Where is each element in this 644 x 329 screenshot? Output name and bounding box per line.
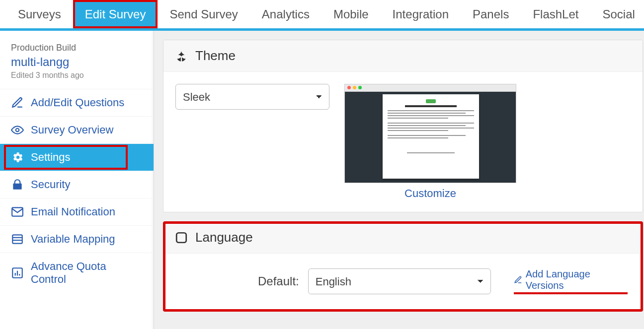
theme-panel-body: Sleek — [163, 72, 643, 212]
edit-icon — [514, 275, 522, 284]
theme-panel: Theme Sleek — [163, 40, 643, 212]
production-build-label: Production Build — [11, 43, 143, 53]
sidebar-item-add-edit-questions[interactable]: Add/Edit Questions — [0, 89, 154, 116]
edit-icon — [11, 96, 24, 109]
language-panel-body: Default: English Add Language Versions — [163, 254, 643, 311]
language-panel: Language Default: English Add Language V… — [163, 221, 643, 312]
sidebar-item-label: Email Notification — [31, 205, 115, 218]
survey-title[interactable]: multi-langg — [11, 55, 143, 69]
tab-flashlet[interactable]: FlashLet — [521, 0, 590, 28]
tab-mobile[interactable]: Mobile — [322, 0, 381, 28]
sidebar-item-email-notification[interactable]: Email Notification — [0, 198, 154, 225]
checkbox-icon — [174, 231, 188, 245]
main-content: Theme Sleek — [154, 31, 644, 329]
language-panel-header: Language — [163, 222, 643, 254]
mail-icon — [11, 205, 24, 218]
eye-icon — [11, 124, 24, 136]
theme-preview — [344, 84, 516, 183]
sidebar-item-label: Advance Quota Control — [31, 260, 143, 286]
lock-icon — [11, 178, 24, 191]
theme-panel-header: Theme — [163, 40, 643, 72]
sidebar-item-variable-mapping[interactable]: Variable Mapping — [0, 225, 154, 253]
list-icon — [11, 233, 24, 246]
sidebar-item-survey-overview[interactable]: Survey Overview — [0, 116, 154, 143]
add-language-versions-label: Add Language Versions — [526, 268, 628, 291]
tab-send-survey[interactable]: Send Survey — [158, 0, 249, 28]
default-language-select[interactable]: English — [308, 268, 491, 294]
edited-timestamp: Edited 3 months ago — [11, 71, 143, 80]
tab-label: Social — [602, 7, 635, 21]
tab-integration[interactable]: Integration — [381, 0, 461, 28]
leaf-icon — [174, 49, 188, 63]
sidebar-item-security[interactable]: Security — [0, 171, 154, 198]
svg-point-0 — [16, 129, 19, 132]
theme-select[interactable]: Sleek — [175, 84, 329, 110]
tab-panels[interactable]: Panels — [461, 0, 521, 28]
tab-edit-survey[interactable]: Edit Survey — [73, 0, 158, 28]
theme-panel-title: Theme — [195, 48, 236, 64]
top-nav: Surveys Edit Survey Send Survey Analytic… — [0, 0, 644, 31]
sidebar-item-label: Add/Edit Questions — [31, 96, 124, 109]
tab-social[interactable]: Social — [590, 0, 644, 28]
sidebar-item-settings[interactable]: Settings — [0, 143, 154, 171]
customize-link[interactable]: Customize — [404, 187, 456, 200]
gears-icon — [11, 151, 24, 164]
tab-label: Send Survey — [169, 7, 238, 21]
svg-rect-2 — [12, 235, 22, 243]
sidebar-item-label: Variable Mapping — [31, 233, 115, 246]
tab-surveys[interactable]: Surveys — [6, 0, 73, 28]
sidebar: Production Build multi-langg Edited 3 mo… — [0, 31, 154, 329]
tab-label: Panels — [473, 7, 509, 21]
add-language-versions-link[interactable]: Add Language Versions — [514, 268, 628, 294]
tab-label: Mobile — [333, 7, 369, 21]
tab-label: Surveys — [18, 7, 61, 21]
language-panel-title: Language — [195, 230, 253, 245]
tab-label: FlashLet — [533, 7, 578, 21]
tab-analytics[interactable]: Analytics — [250, 0, 322, 28]
default-language-label: Default: — [258, 274, 299, 288]
sidebar-items: Add/Edit Questions Survey Overview Setti… — [0, 89, 154, 293]
sidebar-item-label: Settings — [31, 151, 71, 164]
tab-label: Edit Survey — [85, 7, 146, 21]
sidebar-item-label: Survey Overview — [31, 124, 113, 136]
tab-label: Analytics — [262, 7, 310, 21]
sidebar-item-advance-quota-control[interactable]: Advance Quota Control — [0, 253, 154, 293]
tab-label: Integration — [393, 7, 449, 21]
chart-icon — [11, 266, 24, 279]
sidebar-item-label: Security — [31, 178, 70, 191]
svg-rect-9 — [176, 233, 186, 243]
sidebar-header: Production Build multi-langg Edited 3 mo… — [0, 36, 154, 85]
theme-preview-wrap: Customize — [344, 84, 516, 200]
